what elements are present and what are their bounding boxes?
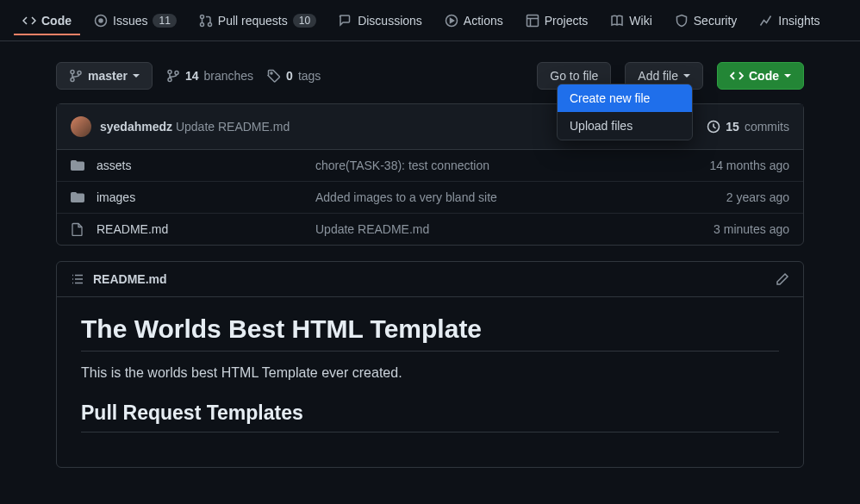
svg-rect-6	[527, 15, 538, 26]
commit-author[interactable]: syedahmedz	[100, 120, 172, 134]
file-commit-msg[interactable]: chore(TASK-38): test connection	[315, 159, 697, 172]
pulls-count: 10	[293, 14, 316, 28]
dropdown-create-new-file[interactable]: Create new file	[558, 84, 692, 112]
code-download-button[interactable]: Code	[717, 62, 804, 90]
commits-label: commits	[745, 120, 789, 134]
branch-icon	[166, 69, 180, 83]
tag-icon	[267, 69, 281, 83]
svg-point-2	[200, 15, 203, 18]
branch-select-button[interactable]: master	[56, 62, 153, 90]
avatar[interactable]	[71, 116, 91, 137]
tab-pulls[interactable]: Pull requests 10	[190, 7, 325, 34]
file-icon	[71, 222, 84, 236]
shield-icon	[675, 14, 689, 28]
commits-link[interactable]: 15 commits	[707, 120, 789, 134]
tab-actions[interactable]: Actions	[436, 7, 512, 34]
file-listing: syedahmedz Update README.md 15 commits C…	[56, 103, 804, 246]
folder-icon	[71, 190, 84, 204]
button-label: Add file	[638, 69, 678, 83]
file-row[interactable]: README.mdUpdate README.md3 minutes ago	[57, 214, 803, 245]
repo-nav: Code Issues 11 Pull requests 10 Discussi…	[0, 0, 860, 41]
svg-point-1	[99, 19, 103, 22]
tab-label: Code	[41, 14, 72, 28]
tab-label: Pull requests	[218, 14, 288, 28]
branches-link[interactable]: 14 branches	[166, 69, 253, 83]
branch-icon	[69, 69, 83, 83]
dropdown-upload-files[interactable]: Upload files	[558, 112, 692, 140]
file-name[interactable]: assets	[97, 159, 303, 172]
svg-point-8	[71, 78, 74, 82]
tab-label: Issues	[113, 14, 147, 28]
branches-count: 14	[185, 69, 199, 83]
file-commit-msg[interactable]: Update README.md	[315, 222, 701, 236]
tab-label: Projects	[545, 14, 589, 28]
file-time: 14 months ago	[709, 159, 789, 172]
readme-paragraph: This is the worlds best HTML Template ev…	[81, 365, 779, 381]
file-name[interactable]: images	[97, 190, 303, 204]
button-label: Code	[749, 69, 779, 83]
tab-insights[interactable]: Insights	[751, 7, 828, 34]
svg-point-10	[168, 71, 171, 74]
svg-point-13	[271, 72, 272, 74]
chevron-down-icon	[683, 74, 690, 78]
history-icon	[707, 120, 720, 134]
code-icon	[730, 69, 744, 83]
tab-label: Actions	[464, 14, 503, 28]
svg-point-12	[175, 72, 178, 75]
button-label: Go to file	[550, 69, 598, 83]
projects-icon	[526, 14, 539, 28]
tags-link[interactable]: 0 tags	[267, 69, 321, 83]
readme-filename[interactable]: README.md	[93, 272, 167, 286]
file-row[interactable]: imagesAdded images to a very bland site2…	[57, 182, 803, 214]
tab-label: Insights	[778, 14, 819, 28]
tags-label: tags	[298, 69, 321, 83]
insights-icon	[759, 14, 773, 28]
discussions-icon	[339, 14, 352, 28]
code-icon	[22, 14, 36, 28]
chevron-down-icon	[133, 74, 140, 78]
svg-point-9	[78, 72, 81, 75]
readme-content: The Worlds Best HTML Template This is th…	[57, 297, 803, 467]
pencil-icon[interactable]	[776, 272, 789, 286]
file-row[interactable]: assetschore(TASK-38): test connection14 …	[57, 150, 803, 182]
tab-label: Wiki	[629, 14, 651, 28]
commit-message[interactable]: Update README.md	[176, 120, 290, 134]
branches-label: branches	[204, 69, 254, 83]
tab-code[interactable]: Code	[14, 7, 80, 34]
readme-box: README.md The Worlds Best HTML Template …	[56, 261, 804, 468]
tab-label: Security	[694, 14, 738, 28]
tab-projects[interactable]: Projects	[517, 7, 597, 34]
file-time: 2 years ago	[726, 190, 789, 204]
readme-header: README.md	[57, 262, 803, 297]
svg-point-7	[71, 71, 74, 74]
issues-count: 11	[153, 14, 176, 28]
tags-count: 0	[286, 69, 293, 83]
file-name[interactable]: README.md	[97, 222, 303, 236]
svg-point-3	[200, 22, 203, 26]
commits-count: 15	[726, 120, 739, 134]
tab-issues[interactable]: Issues 11	[85, 7, 185, 34]
chevron-down-icon	[784, 74, 791, 78]
svg-point-11	[168, 78, 171, 82]
tab-label: Discussions	[358, 14, 422, 28]
tab-security[interactable]: Security	[666, 7, 746, 34]
dropdown-item-label: Create new file	[570, 91, 650, 105]
list-icon	[71, 272, 84, 286]
readme-h1: The Worlds Best HTML Template	[81, 314, 779, 352]
tab-wiki[interactable]: Wiki	[601, 7, 660, 34]
folder-icon	[71, 159, 84, 172]
file-time: 3 minutes ago	[714, 222, 789, 236]
readme-h2: Pull Request Templates	[81, 401, 779, 432]
file-commit-msg[interactable]: Added images to a very bland site	[315, 190, 714, 204]
branch-name: master	[88, 69, 128, 83]
pull-request-icon	[199, 14, 213, 28]
svg-point-4	[208, 22, 211, 26]
commit-summary: syedahmedz Update README.md	[100, 120, 290, 134]
dropdown-item-label: Upload files	[570, 119, 633, 133]
actions-icon	[445, 14, 458, 28]
latest-commit-bar: syedahmedz Update README.md 15 commits C…	[57, 104, 803, 150]
tab-discussions[interactable]: Discussions	[330, 7, 431, 34]
main-content: master 14 branches 0 tags Go to file Add…	[42, 41, 818, 488]
add-file-dropdown: Create new file Upload files	[557, 84, 693, 140]
issue-icon	[94, 14, 108, 28]
